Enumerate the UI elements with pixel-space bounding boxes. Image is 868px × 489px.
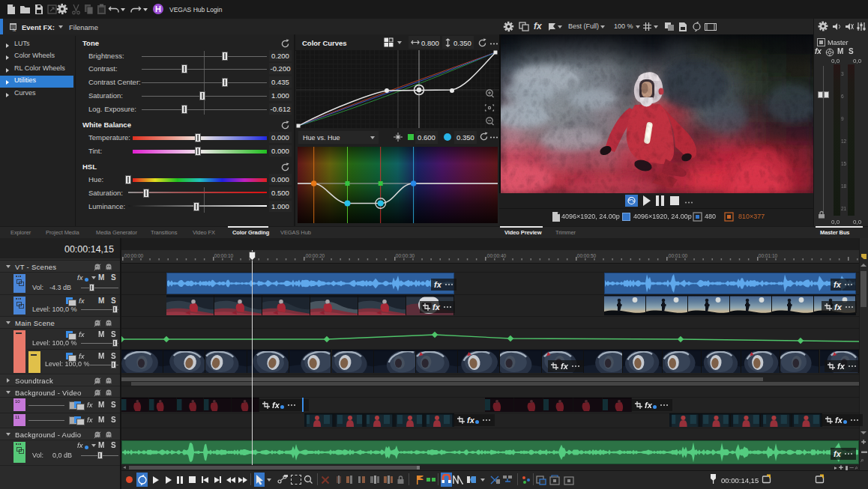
svg-text:fx: fx (13, 28, 16, 32)
